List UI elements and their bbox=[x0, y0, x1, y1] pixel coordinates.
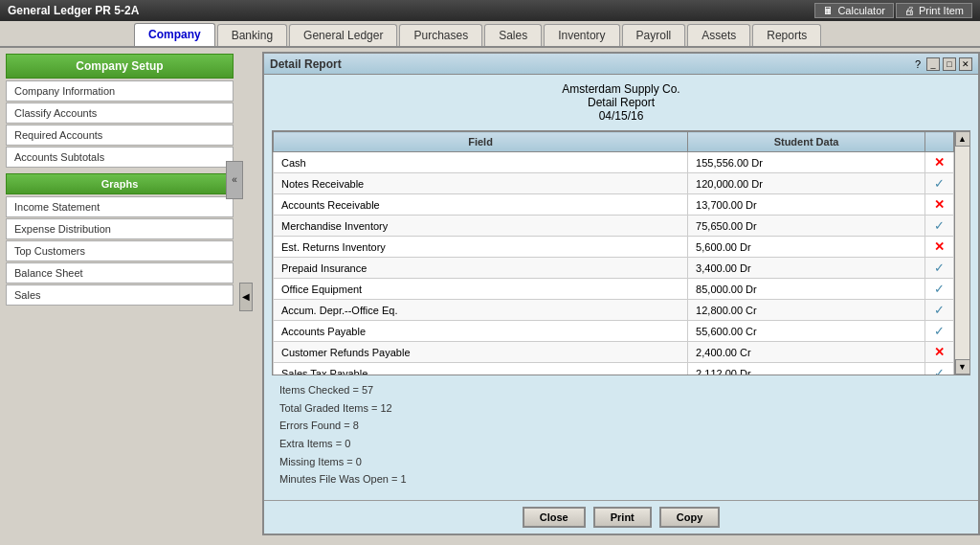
table-cell-value: 120,000.00 Dr bbox=[688, 173, 925, 194]
cross-icon: ✕ bbox=[934, 239, 945, 254]
print-item-tool[interactable]: 🖨 Print Item bbox=[896, 3, 972, 18]
cross-icon: ✕ bbox=[934, 345, 945, 359]
table-cell-field: Accum. Depr.--Office Eq. bbox=[274, 300, 688, 321]
check-icon: ✓ bbox=[934, 324, 945, 338]
table-cell-field: Customer Refunds Payable bbox=[274, 342, 688, 363]
dialog-title: Detail Report bbox=[270, 57, 915, 71]
sidebar-item-company-information[interactable]: Company Information bbox=[6, 80, 234, 102]
cross-icon: ✕ bbox=[934, 155, 945, 170]
tab-reports[interactable]: Reports bbox=[752, 24, 821, 46]
tab-assets[interactable]: Assets bbox=[687, 24, 750, 46]
sidebar-item-balance-sheet[interactable]: Balance Sheet bbox=[6, 262, 234, 284]
dialog-minimize-button[interactable]: _ bbox=[926, 57, 940, 71]
close-button[interactable]: Close bbox=[523, 507, 586, 528]
table-row: Prepaid Insurance3,400.00 Dr✓ bbox=[274, 258, 954, 279]
scroll-track[interactable] bbox=[955, 147, 970, 359]
table-cell-value: 155,556.00 Dr bbox=[688, 152, 925, 173]
table-cell-field: Accounts Payable bbox=[274, 321, 688, 342]
stat-item: Missing Items = 0 bbox=[279, 453, 963, 471]
report-name: Detail Report bbox=[272, 96, 970, 109]
graphs-header: Graphs bbox=[6, 173, 234, 194]
stat-item: Errors Found = 8 bbox=[279, 417, 963, 435]
table-row: Notes Receivable120,000.00 Dr✓ bbox=[274, 173, 954, 194]
tab-bar: Company Banking General Ledger Purchases… bbox=[0, 21, 980, 48]
dialog-titlebar: Detail Report ? _ □ ✕ bbox=[264, 54, 978, 75]
table-cell-field: Notes Receivable bbox=[274, 173, 688, 194]
printer-icon: 🖨 bbox=[904, 5, 915, 16]
tab-sales[interactable]: Sales bbox=[484, 24, 542, 46]
calculator-tool[interactable]: 🖩 Calculator bbox=[814, 3, 894, 18]
table-cell-value: 55,600.00 Cr bbox=[688, 321, 925, 342]
table-cell-field: Sales Tax Payable bbox=[274, 363, 688, 375]
check-icon: ✓ bbox=[934, 261, 945, 275]
table-container: Field Student Data Cash155,556.00 Dr✕Not… bbox=[273, 131, 969, 375]
scroll-up-button[interactable]: ▲ bbox=[955, 131, 970, 147]
check-icon: ✓ bbox=[934, 282, 945, 296]
nav-left-arrow[interactable]: ◀ bbox=[239, 283, 253, 311]
tab-payroll[interactable]: Payroll bbox=[622, 24, 686, 46]
dialog-footer: Close Print Copy bbox=[264, 500, 978, 534]
sidebar-item-income-statement[interactable]: Income Statement bbox=[6, 196, 234, 217]
app-title: General Ledger PR 5-2A bbox=[8, 4, 139, 17]
sidebar-item-top-customers[interactable]: Top Customers bbox=[6, 240, 234, 261]
table-cell-field: Office Equipment bbox=[274, 279, 688, 300]
table-cell-field: Cash bbox=[274, 152, 688, 173]
tab-company[interactable]: Company bbox=[134, 23, 215, 46]
dialog-help-button[interactable]: ? bbox=[915, 58, 921, 70]
dialog-close-button[interactable]: ✕ bbox=[959, 57, 972, 71]
table-cell-status: ✕ bbox=[925, 342, 954, 363]
sidebar-item-classify-accounts[interactable]: Classify Accounts bbox=[6, 102, 234, 124]
sidebar-item-sales[interactable]: Sales bbox=[6, 284, 234, 306]
table-cell-status: ✓ bbox=[925, 173, 954, 194]
sidebar: Company Setup Company Information Classi… bbox=[0, 48, 239, 545]
vertical-scrollbar[interactable]: ▲ ▼ bbox=[954, 131, 969, 375]
sidebar-wrapper: Company Setup Company Information Classi… bbox=[6, 54, 234, 306]
print-button[interactable]: Print bbox=[593, 507, 652, 528]
table-row: Customer Refunds Payable2,400.00 Cr✕ bbox=[274, 342, 954, 363]
tab-banking[interactable]: Banking bbox=[217, 24, 287, 46]
table-row: Cash155,556.00 Dr✕ bbox=[274, 152, 954, 173]
table-cell-value: 75,650.00 Dr bbox=[688, 216, 925, 237]
tab-general-ledger[interactable]: General Ledger bbox=[289, 24, 397, 46]
table-cell-status: ✓ bbox=[925, 279, 954, 300]
col-header-field: Field bbox=[274, 132, 688, 152]
table-cell-value: 12,800.00 Cr bbox=[688, 300, 925, 321]
right-panel: Detail Report ? _ □ ✕ Amsterdam Supply C… bbox=[253, 48, 980, 545]
table-cell-status: ✓ bbox=[925, 216, 954, 237]
dialog-maximize-button[interactable]: □ bbox=[943, 57, 956, 71]
tab-purchases[interactable]: Purchases bbox=[399, 24, 482, 46]
stats-section: Items Checked = 57Total Graded Items = 1… bbox=[272, 375, 970, 492]
left-nav-panel: ◀ bbox=[239, 48, 253, 545]
table-cell-value: 13,700.00 Dr bbox=[688, 194, 925, 216]
table-cell-value: 3,400.00 Dr bbox=[688, 258, 925, 279]
table-cell-value: 85,000.00 Dr bbox=[688, 279, 925, 300]
table-cell-status: ✕ bbox=[925, 194, 954, 216]
dialog-body: Amsterdam Supply Co. Detail Report 04/15… bbox=[264, 75, 978, 500]
table-scroll: Field Student Data Cash155,556.00 Dr✕Not… bbox=[273, 131, 954, 375]
table-cell-field: Est. Returns Inventory bbox=[274, 237, 688, 258]
col-header-status bbox=[925, 132, 954, 152]
sidebar-item-expense-distribution[interactable]: Expense Distribution bbox=[6, 218, 234, 239]
check-icon: ✓ bbox=[934, 176, 945, 191]
table-cell-value: 5,600.00 Dr bbox=[688, 237, 925, 258]
col-header-student-data: Student Data bbox=[688, 132, 925, 152]
company-setup-header: Company Setup bbox=[6, 54, 234, 79]
table-cell-status: ✓ bbox=[925, 321, 954, 342]
tab-inventory[interactable]: Inventory bbox=[544, 24, 619, 46]
table-row: Accounts Receivable13,700.00 Dr✕ bbox=[274, 194, 954, 216]
table-row: Merchandise Inventory75,650.00 Dr✓ bbox=[274, 216, 954, 237]
stat-item: Extra Items = 0 bbox=[279, 435, 963, 453]
sidebar-item-accounts-subtotals[interactable]: Accounts Subtotals bbox=[6, 147, 234, 168]
calculator-icon: 🖩 bbox=[823, 5, 834, 16]
table-cell-value: 2,400.00 Cr bbox=[688, 342, 925, 363]
scroll-down-button[interactable]: ▼ bbox=[955, 359, 970, 375]
table-row: Est. Returns Inventory5,600.00 Dr✕ bbox=[274, 237, 954, 258]
table-row: Accum. Depr.--Office Eq.12,800.00 Cr✓ bbox=[274, 300, 954, 321]
sidebar-item-required-accounts[interactable]: Required Accounts bbox=[6, 125, 234, 146]
table-cell-status: ✓ bbox=[925, 363, 954, 375]
check-icon: ✓ bbox=[934, 303, 945, 317]
copy-button[interactable]: Copy bbox=[659, 507, 721, 528]
stat-item: Minutes File Was Open = 1 bbox=[279, 470, 963, 488]
table-cell-status: ✓ bbox=[925, 258, 954, 279]
table-row: Accounts Payable55,600.00 Cr✓ bbox=[274, 321, 954, 342]
